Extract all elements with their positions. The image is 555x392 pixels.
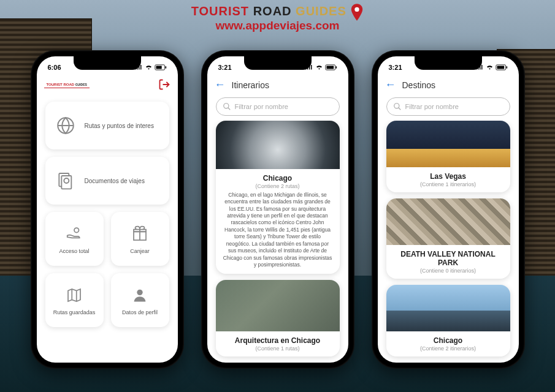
app-bar: ← Destinos xyxy=(378,75,519,94)
logout-icon[interactable] xyxy=(158,78,170,91)
hand-coin-icon xyxy=(64,224,85,244)
phone-mockup-home: 6:06 TOURIST ROAD GUIDES xyxy=(31,50,184,369)
phone-mockup-itineraries: 3:21 ← Itinerarios Filtrar por nombre xyxy=(201,50,354,369)
destinations-list[interactable]: Las Vegas (Contiene 1 itinerarios) DEATH… xyxy=(378,121,519,363)
card-image xyxy=(386,198,510,244)
search-icon xyxy=(223,102,231,111)
menu-label: Documentos de viajes xyxy=(85,178,145,184)
app-bar: TOURIST ROAD GUIDES xyxy=(37,75,178,93)
phone-notch xyxy=(415,56,482,70)
card-image xyxy=(216,121,340,169)
map-pin-icon xyxy=(350,4,364,21)
card-subtitle: (Contiene 2 rutas) xyxy=(222,183,334,189)
back-icon[interactable]: ← xyxy=(215,78,226,91)
search-placeholder: Filtrar por nombre xyxy=(405,103,459,110)
phone-notch xyxy=(244,56,312,70)
svg-point-18 xyxy=(394,104,399,108)
menu-label: Rutas y puntos de interes xyxy=(85,123,154,129)
search-placeholder: Filtrar por nombre xyxy=(235,103,288,110)
back-icon[interactable]: ← xyxy=(385,78,396,91)
search-input[interactable]: Filtrar por nombre xyxy=(386,97,510,116)
svg-point-14 xyxy=(223,104,228,108)
card-image xyxy=(216,280,340,331)
brand-word-guides: GUIDES xyxy=(296,4,346,18)
itinerary-card-chicago[interactable]: Chicago (Contiene 2 rutas) Chicago, en e… xyxy=(216,121,340,274)
brand-word-tourist: TOURIST xyxy=(191,4,249,18)
card-image xyxy=(386,121,510,167)
phone-mockup-destinations: 3:21 ← Destinos Filtrar por nombre xyxy=(372,50,525,369)
menu-routes[interactable]: Rutas y puntos de interes xyxy=(45,102,169,149)
card-title: Chicago xyxy=(392,336,504,345)
screen-title: Destinos xyxy=(402,80,435,90)
search-input[interactable]: Filtrar por nombre xyxy=(216,97,340,116)
menu-label: Acceso total xyxy=(59,248,89,254)
status-time: 6:06 xyxy=(48,64,61,71)
destination-card-chicago[interactable]: Chicago (Contiene 2 itinerarios) xyxy=(386,285,510,356)
gift-icon xyxy=(129,224,150,244)
menu-label: Datos de perfil xyxy=(122,309,158,315)
card-title: Chicago xyxy=(222,174,334,183)
menu-label: Canjear xyxy=(130,248,150,254)
svg-rect-3 xyxy=(156,66,161,69)
card-title: Las Vegas xyxy=(392,172,504,181)
svg-point-8 xyxy=(74,228,79,233)
card-title: DEATH VALLEY NATIONAL PARK xyxy=(392,250,504,267)
destination-card-death-valley[interactable]: DEATH VALLEY NATIONAL PARK (Contiene 0 i… xyxy=(386,198,510,278)
svg-point-10 xyxy=(137,290,142,295)
menu-profile[interactable]: Datos de perfil xyxy=(111,273,169,327)
card-title: Arquitectura en Chicago xyxy=(222,336,334,345)
person-icon xyxy=(129,285,150,306)
brand-word-road: ROAD xyxy=(253,4,292,18)
menu-label: Rutas guardadas xyxy=(53,309,96,315)
svg-rect-17 xyxy=(497,66,504,69)
brand-header: TOURIST ROAD GUIDES www.appdeviajes.com xyxy=(0,4,555,32)
route-map-icon xyxy=(64,285,85,306)
card-image xyxy=(386,285,510,331)
search-icon xyxy=(393,102,402,111)
status-time: 3:21 xyxy=(218,64,232,71)
menu-redeem[interactable]: Canjear xyxy=(111,212,169,266)
svg-point-0 xyxy=(355,7,359,12)
passport-icon xyxy=(55,170,76,191)
card-subtitle: (Contiene 0 itinerarios) xyxy=(392,268,504,274)
screen-title: Itinerarios xyxy=(232,80,269,90)
status-time: 3:21 xyxy=(389,64,402,71)
phone-notch xyxy=(74,56,141,70)
app-logo: TOURIST ROAD GUIDES xyxy=(44,81,90,88)
home-content: Rutas y puntos de interes Documentos de … xyxy=(37,93,178,363)
card-subtitle: (Contiene 2 itinerarios) xyxy=(392,345,504,352)
svg-rect-12 xyxy=(335,66,337,68)
menu-travel-docs[interactable]: Documentos de viajes xyxy=(45,157,169,205)
menu-saved-routes[interactable]: Rutas guardadas xyxy=(45,273,104,327)
destination-card-las-vegas[interactable]: Las Vegas (Contiene 1 itinerarios) xyxy=(386,121,510,192)
card-subtitle: (Contiene 1 itinerarios) xyxy=(392,181,504,187)
app-bar: ← Itinerarios xyxy=(207,75,348,94)
svg-rect-2 xyxy=(165,66,166,68)
menu-full-access[interactable]: Acceso total xyxy=(45,212,104,266)
svg-rect-16 xyxy=(506,66,507,68)
itinerary-card-architecture[interactable]: Arquitectura en Chicago (Contiene 1 ruta… xyxy=(216,280,340,356)
brand-url: www.appdeviajes.com xyxy=(0,19,555,32)
card-subtitle: (Contiene 1 rutas) xyxy=(222,345,334,352)
svg-rect-13 xyxy=(326,66,334,69)
itineraries-list[interactable]: Chicago (Contiene 2 rutas) Chicago, en e… xyxy=(207,121,348,363)
card-description: Chicago, en el lago Michigan de Illinois… xyxy=(222,192,334,269)
globe-icon xyxy=(55,115,76,136)
